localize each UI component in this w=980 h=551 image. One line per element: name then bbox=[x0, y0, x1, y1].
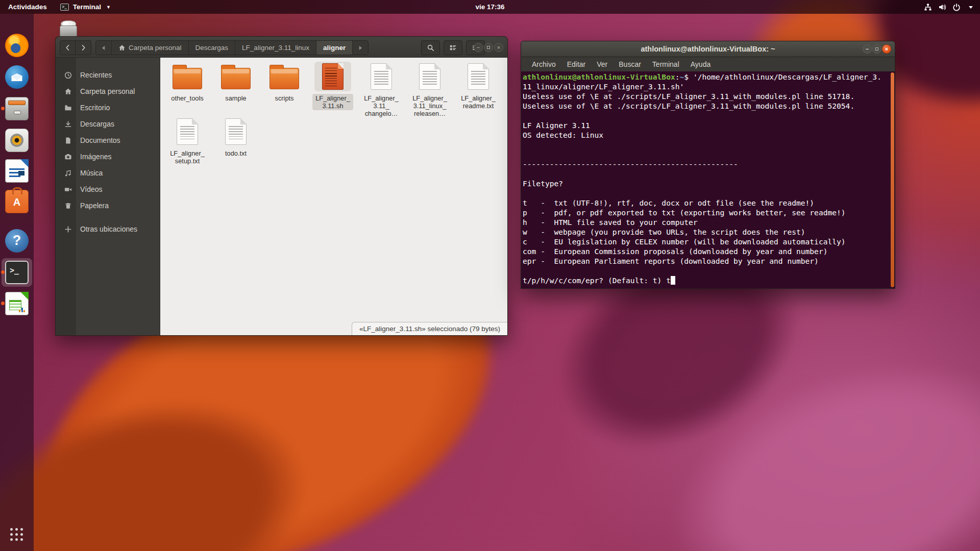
terminal-line: p - pdf, or pdf exported to txt (exporti… bbox=[523, 208, 895, 217]
clock[interactable]: vie 17:36 bbox=[0, 3, 980, 11]
file-item-LF-aligner-readme-txt[interactable]: LF_aligner_readme.txt bbox=[455, 62, 501, 110]
terminal-menu-archivo[interactable]: Archivo bbox=[526, 60, 561, 68]
view-toggle-button[interactable] bbox=[444, 40, 462, 55]
minimize-button[interactable]: − bbox=[474, 43, 483, 52]
path-scroll-right-button[interactable] bbox=[353, 41, 368, 55]
folder-icon bbox=[221, 68, 251, 89]
show-applications-button[interactable] bbox=[10, 528, 23, 541]
maximize-button[interactable] bbox=[484, 43, 493, 52]
running-indicator-dot bbox=[1, 302, 5, 305]
dock-item-terminal[interactable]: >_ bbox=[5, 261, 29, 284]
file-item-other-tools[interactable]: other_tools bbox=[164, 62, 210, 103]
video-icon bbox=[56, 186, 76, 193]
file-label-line: LF_aligner_ bbox=[412, 94, 447, 102]
sidebar-item-documentos[interactable]: Documentos bbox=[56, 132, 160, 148]
terminal-menu-terminal[interactable]: Terminal bbox=[647, 60, 685, 68]
terminal-text-segment: Useless use of \E at ./scripts/LF_aligne… bbox=[523, 102, 854, 110]
terminal-text-segment: Filetype? bbox=[523, 179, 563, 188]
sidebar-item-recientes[interactable]: Recientes bbox=[56, 67, 160, 83]
system-status-area[interactable] bbox=[924, 0, 975, 14]
terminal-menu-ver[interactable]: Ver bbox=[591, 60, 613, 68]
activities-button[interactable]: Actividades bbox=[8, 3, 47, 11]
file-icon-box bbox=[314, 62, 351, 91]
terminal-menu-ayuda[interactable]: Ayuda bbox=[685, 60, 716, 68]
terminal-scrollbar[interactable] bbox=[890, 71, 895, 288]
terminal-text-segment: $ '/home/athlonlinux/Descargas/LF_aligne… bbox=[684, 72, 881, 81]
scrollbar-handle[interactable] bbox=[891, 72, 894, 287]
dock-item-thunderbird[interactable] bbox=[5, 65, 29, 89]
file-item-LF-aligner-3-11-linux-releasen-[interactable]: LF_aligner_3.11_linux_releasen… bbox=[407, 62, 453, 118]
file-item-LF-aligner-3-11-sh[interactable]: LF_aligner_3.11.sh bbox=[310, 62, 356, 110]
terminal-line: OS detected: Linux bbox=[523, 130, 895, 140]
dock-item-files[interactable] bbox=[5, 97, 29, 120]
breadcrumb-descargas[interactable]: Descargas bbox=[189, 41, 236, 55]
dock-item-rhythmbox[interactable] bbox=[5, 129, 29, 152]
sidebar-item-descargas[interactable]: Descargas bbox=[56, 116, 160, 132]
folder-icon bbox=[270, 68, 299, 89]
text-file-icon bbox=[225, 118, 247, 145]
terminal-line: c - EU legislation by CELEX number (will… bbox=[523, 237, 895, 246]
back-button[interactable] bbox=[60, 40, 76, 55]
sidebar-item-papelera[interactable]: Papelera bbox=[56, 197, 160, 214]
terminal-screen[interactable]: athlonlinux@athlonlinux-VirtualBox:~$ '/… bbox=[521, 71, 895, 289]
file-label-line: sample bbox=[225, 94, 246, 102]
app-menu-button[interactable]: >_ Terminal ▼ bbox=[60, 3, 111, 11]
sidebar-item-label: Recientes bbox=[76, 71, 112, 79]
terminal-app-icon: >_ bbox=[60, 4, 69, 11]
app-menu-label: Terminal bbox=[73, 3, 101, 11]
terminal-menu-buscar[interactable]: Buscar bbox=[613, 60, 647, 68]
search-button[interactable] bbox=[421, 40, 440, 55]
terminal-line: t - txt (UTF-8!), rtf, doc, docx or odt … bbox=[523, 198, 895, 208]
terminal-line: com - European Commission proposals (dow… bbox=[523, 246, 895, 256]
folder-icon bbox=[56, 104, 76, 112]
file-icon-box bbox=[169, 117, 206, 146]
chevron-right-icon bbox=[80, 44, 87, 52]
sidebar-item-escritorio[interactable]: Escritorio bbox=[56, 99, 160, 116]
maximize-button[interactable] bbox=[872, 44, 881, 54]
terminal-text-segment: t/p/h/w/c/com/epr? (Default: t) t bbox=[523, 276, 671, 285]
sidebar-item-v-deos[interactable]: Vídeos bbox=[56, 181, 160, 197]
running-indicator-dot bbox=[1, 107, 5, 110]
dock-item-libreoffice-calc[interactable] bbox=[5, 292, 29, 315]
file-item-todo-txt[interactable]: todo.txt bbox=[213, 117, 259, 158]
file-item-LF-aligner-setup-txt[interactable]: LF_aligner_setup.txt bbox=[164, 117, 210, 165]
dock-item-ubuntu-software[interactable]: A bbox=[5, 190, 29, 213]
breadcrumb-lf-aligner-3-11-linux[interactable]: LF_aligner_3.11_linux bbox=[235, 41, 316, 55]
dock-item-help[interactable]: ? bbox=[5, 229, 29, 253]
file-item-LF-aligner-3-11-changelo-[interactable]: LF_aligner_3.11_changelo… bbox=[358, 62, 404, 118]
breadcrumb-carpeta-personal[interactable]: Carpeta personal bbox=[112, 41, 189, 55]
terminal-window: athlonlinux@athlonlinux-VirtualBox: ~ − … bbox=[521, 41, 895, 289]
terminal-line bbox=[523, 169, 895, 179]
text-file-icon bbox=[419, 63, 440, 90]
minimize-button[interactable]: − bbox=[863, 44, 872, 54]
dock-item-libreoffice-writer[interactable] bbox=[5, 159, 29, 183]
terminal-menu-editar[interactable]: Editar bbox=[561, 60, 592, 68]
file-item-scripts[interactable]: scripts bbox=[261, 62, 307, 103]
file-label: LF_aligner_setup.txt bbox=[167, 149, 208, 165]
path-scroll-left-button[interactable] bbox=[96, 41, 112, 55]
terminal-title: athlonlinux@athlonlinux-VirtualBox: ~ bbox=[641, 45, 775, 53]
text-file-icon bbox=[371, 63, 392, 90]
sidebar-item-carpeta-personal[interactable]: Carpeta personal bbox=[56, 83, 160, 99]
top-bar: Actividades >_ Terminal ▼ vie 17:36 bbox=[0, 0, 980, 14]
sidebar-item-otras-ubicaciones[interactable]: Otras ubicaciones bbox=[56, 221, 160, 237]
close-button[interactable]: × bbox=[494, 43, 503, 52]
breadcrumb-aligner[interactable]: aligner bbox=[316, 41, 353, 55]
breadcrumb-label: LF_aligner_3.11_linux bbox=[242, 44, 309, 52]
files-content-area[interactable]: «LF_aligner_3.11.sh» seleccionado (79 by… bbox=[160, 58, 507, 335]
file-icon-box bbox=[460, 62, 497, 91]
dock-item-firefox[interactable] bbox=[5, 34, 29, 57]
file-label-line: LF_aligner_ bbox=[461, 94, 496, 102]
document-icon bbox=[56, 137, 76, 144]
file-label: LF_aligner_3.11.sh bbox=[312, 94, 353, 110]
terminal-titlebar[interactable]: athlonlinux@athlonlinux-VirtualBox: ~ − … bbox=[521, 41, 895, 57]
file-item-sample[interactable]: sample bbox=[213, 62, 259, 103]
forward-button[interactable] bbox=[76, 40, 91, 55]
sidebar-item-im-genes[interactable]: Imágenes bbox=[56, 148, 160, 165]
terminal-line: Filetype? bbox=[523, 179, 895, 188]
terminal-line: LF Aligner 3.11 bbox=[523, 120, 895, 130]
sidebar-item-label: Vídeos bbox=[76, 185, 103, 193]
sidebar-item-m-sica[interactable]: Música bbox=[56, 165, 160, 181]
close-button[interactable]: × bbox=[882, 44, 891, 54]
plus-icon bbox=[56, 226, 76, 233]
